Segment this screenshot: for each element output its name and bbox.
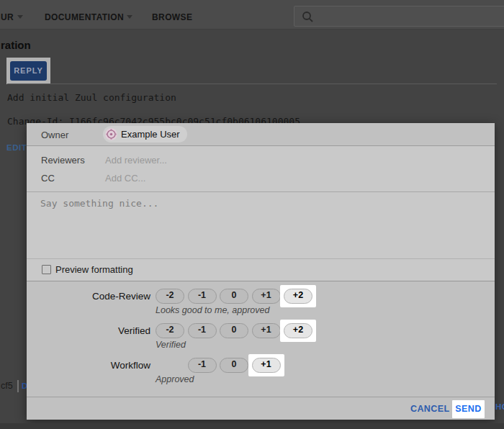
dialog-footer: CANCEL SEND [27, 397, 495, 420]
vote-verified-0[interactable]: 0 [220, 323, 248, 338]
vote-verified-minus2[interactable]: -2 [156, 323, 184, 338]
vote-workflow-plus1-highlight: +1 [248, 354, 284, 376]
vote-verified-plus1[interactable]: +1 [252, 323, 281, 338]
nav-item-browse[interactable]: BROWSE [152, 12, 192, 22]
divider [17, 380, 19, 392]
owner-chip[interactable]: Example User [103, 126, 187, 143]
nav-item-your[interactable]: UR [1, 12, 14, 22]
label-code-review: Code-Review [27, 291, 150, 302]
label-workflow: Workflow [27, 360, 150, 371]
reviewers-label: Reviewers [41, 155, 85, 166]
reply-button[interactable]: REPLY [10, 61, 47, 81]
reply-dialog: Owner Example User Reviewers Add reviewe… [27, 123, 495, 420]
vote-workflow-plus1[interactable]: +1 [252, 358, 281, 373]
chevron-down-icon [17, 15, 23, 19]
message-textarea[interactable]: Say something nice... [40, 198, 158, 209]
bottom-strip [0, 423, 504, 429]
avatar [105, 128, 117, 140]
vote-caption: Looks good to me, approved [156, 305, 269, 315]
add-cc-input[interactable]: Add CC... [105, 173, 145, 184]
vote-workflow-0[interactable]: 0 [220, 358, 248, 373]
label-verified: Verified [27, 325, 150, 336]
dialog-header: Owner Example User [27, 123, 495, 146]
preview-formatting-label: Preview formatting [55, 264, 133, 275]
page-title: ration [1, 39, 31, 51]
vote-caption: Approved [156, 374, 194, 384]
owner-label: Owner [41, 130, 68, 140]
vote-code-review-minus1[interactable]: -1 [188, 289, 217, 304]
patchset-sha: cf5 [1, 381, 13, 391]
vote-verified-minus1[interactable]: -1 [188, 323, 217, 338]
screen: UR DOCUMENTATION BROWSE ration REPLY Add… [0, 0, 504, 429]
reply-button-highlight: REPLY [6, 58, 50, 84]
preview-formatting-checkbox[interactable] [42, 265, 51, 274]
divider [27, 258, 495, 259]
vote-code-review-plus2[interactable]: +2 [284, 289, 312, 304]
vote-code-review-plus1[interactable]: +1 [252, 289, 281, 304]
vote-workflow-minus1[interactable]: -1 [188, 358, 217, 373]
search-input[interactable] [294, 6, 504, 27]
vote-verified-plus2-highlight: +2 [280, 320, 316, 342]
cancel-button[interactable]: CANCEL [410, 404, 449, 414]
show-link[interactable]: HO [495, 402, 504, 411]
top-nav-bar: UR DOCUMENTATION BROWSE [0, 0, 504, 30]
add-reviewer-input[interactable]: Add reviewer... [105, 155, 167, 166]
vote-caption: Verified [156, 340, 186, 350]
vote-code-review-minus2[interactable]: -2 [156, 289, 184, 304]
owner-name: Example User [121, 129, 180, 140]
divider [27, 191, 495, 192]
voting-section: Code-Review -2 -1 0 +1 +2 Looks good to … [27, 281, 495, 397]
send-button[interactable]: SEND [452, 400, 485, 418]
commit-subject: Add initial Zuul configuration [7, 92, 176, 103]
vote-code-review-0[interactable]: 0 [220, 289, 248, 304]
vote-verified-plus2[interactable]: +2 [284, 323, 312, 338]
search-icon [302, 11, 314, 23]
divider [7, 83, 497, 84]
nav-item-documentation[interactable]: DOCUMENTATION [45, 12, 124, 22]
vote-code-review-plus2-highlight: +2 [280, 285, 316, 307]
send-button-highlight: SEND [452, 400, 485, 418]
edit-link[interactable]: EDIT [6, 143, 27, 152]
chevron-down-icon [127, 15, 132, 19]
cc-label: CC [41, 173, 55, 184]
